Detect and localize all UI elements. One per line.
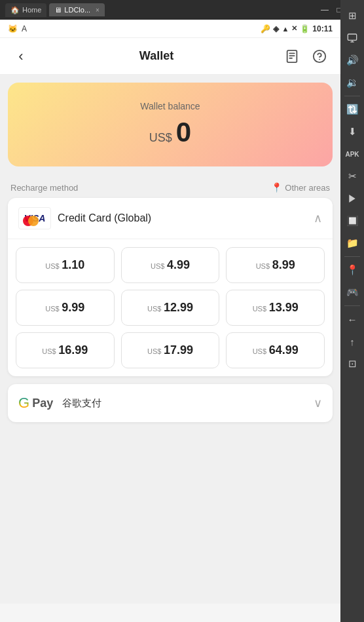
tab-ldcloud[interactable]: 🖥 LDClo... ×	[49, 3, 105, 16]
visa-mastercard-logo: VISA	[18, 207, 51, 229]
status-left: 🐱 A	[8, 24, 27, 33]
price-text-6: US$ 13.99	[232, 301, 319, 315]
app-header: ‹ Wallet	[0, 38, 340, 75]
sidebar-icon-back[interactable]: ←	[342, 309, 363, 330]
price-item-4[interactable]: US$ 9.99	[16, 290, 115, 326]
price-item-1[interactable]: US$ 1.10	[16, 247, 115, 283]
minimize-button[interactable]: —	[319, 5, 330, 15]
status-right: 🔑 ◈ ▲ ✕ 🔋 10:11	[261, 24, 333, 33]
price-grid: US$ 1.10 US$ 4.99 US$ 8.99	[8, 239, 333, 376]
os-title-bar: 🏠 Home 🖥 LDClo... × — □ ×	[0, 0, 364, 20]
price-item-6[interactable]: US$ 13.99	[226, 290, 325, 326]
price-item-7[interactable]: US$ 16.99	[16, 332, 115, 368]
key-icon: 🔑	[261, 24, 270, 33]
tab-home-label: Home	[22, 6, 41, 14]
sidebar-icon-window[interactable]: 🔲	[342, 210, 363, 231]
android-status-bar: 🐱 A 🔑 ◈ ▲ ✕ 🔋 10:11	[0, 20, 340, 38]
pay-text: Pay	[32, 397, 53, 410]
google-pay-card: G Pay 谷歌支付 ∨	[8, 384, 333, 422]
tab-home[interactable]: 🏠 Home	[5, 3, 46, 17]
payment-header[interactable]: VISA Credit Card (Global) ∧	[8, 198, 333, 239]
sidebar-icon-location[interactable]: 📍	[342, 260, 363, 281]
sidebar-icon-scissors[interactable]: ✂	[342, 166, 363, 187]
app-icon: 🖥	[54, 6, 62, 14]
receipt-button[interactable]	[282, 46, 302, 67]
google-pay-logo: G Pay	[18, 395, 53, 412]
header-actions	[282, 46, 330, 67]
balance-currency: US$	[149, 131, 172, 145]
price-text-4: US$ 9.99	[22, 301, 109, 315]
android-icon-a: A	[22, 24, 27, 33]
sidebar-icon-download[interactable]: ⬇	[342, 121, 363, 142]
price-text-1: US$ 1.10	[22, 258, 109, 272]
wallet-balance-card: Wallet balance US$ 0	[8, 83, 333, 166]
g-letter: G	[18, 395, 29, 412]
main-content: 🐱 A 🔑 ◈ ▲ ✕ 🔋 10:11 ‹ Wallet	[0, 20, 340, 604]
tab-bar: 🏠 Home 🖥 LDClo... ×	[5, 3, 317, 17]
layout-wrapper: 🐱 A 🔑 ◈ ▲ ✕ 🔋 10:11 ‹ Wallet	[0, 20, 364, 604]
tab-ldcloud-label: LDClo...	[64, 6, 90, 14]
gpay-label: 谷歌支付	[62, 397, 101, 410]
sidebar-divider-3	[344, 305, 360, 306]
balance-amount: US$ 0	[21, 117, 319, 148]
other-areas-button[interactable]: 📍 Other areas	[271, 182, 330, 193]
home-icon: 🏠	[10, 6, 20, 14]
section-header: Recharge method 📍 Other areas	[0, 174, 340, 198]
sidebar-icon-volume-down[interactable]: 🔉	[342, 72, 363, 93]
no-sim-icon: ✕	[291, 24, 297, 33]
sidebar-icon-screen[interactable]	[342, 28, 363, 49]
location-icon: 📍	[271, 182, 282, 193]
balance-label: Wallet balance	[21, 101, 319, 111]
chevron-down-icon: ∨	[314, 396, 322, 410]
sidebar-icon-rotate[interactable]: 🔃	[342, 99, 363, 120]
gpay-logo-area: G Pay 谷歌支付	[18, 395, 101, 412]
help-button[interactable]	[309, 46, 330, 67]
sidebar-icon-gamepad[interactable]: 🎮	[342, 282, 363, 303]
credit-card-payment-card: VISA Credit Card (Global) ∧ US$ 1.10	[8, 198, 333, 376]
sidebar-divider-2	[344, 256, 360, 257]
other-areas-label: Other areas	[285, 183, 330, 193]
sidebar-icon-grid[interactable]: ⊞	[342, 5, 363, 26]
price-item-5[interactable]: US$ 12.99	[121, 290, 220, 326]
sidebar-icon-apk[interactable]: APK	[342, 144, 363, 165]
chevron-up-icon: ∧	[314, 211, 322, 225]
tab-close-button[interactable]: ×	[96, 7, 100, 14]
price-item-9[interactable]: US$ 64.99	[226, 332, 325, 368]
balance-number: 0	[176, 117, 191, 148]
sidebar-icon-folder[interactable]: 📁	[342, 233, 363, 254]
recharge-method-label: Recharge method	[10, 183, 78, 193]
clock: 10:11	[312, 24, 333, 33]
emulator-sidebar: ⊞ 🔊 🔉 🔃 ⬇ APK ✂ 🔲 📁 📍 🎮 ← ↑ ⊡	[340, 0, 364, 622]
svg-marker-9	[349, 195, 355, 203]
price-text-7: US$ 16.99	[22, 343, 109, 357]
sidebar-icon-wrap[interactable]: ⊡	[342, 353, 363, 374]
price-item-2[interactable]: US$ 4.99	[121, 247, 220, 283]
wifi-icon: ▲	[282, 25, 289, 33]
android-icon-cat: 🐱	[8, 24, 18, 33]
price-text-3: US$ 8.99	[232, 258, 319, 272]
signal-icon: ◈	[273, 24, 279, 33]
price-text-2: US$ 4.99	[127, 258, 214, 272]
price-text-5: US$ 12.99	[127, 301, 214, 315]
sidebar-icon-play[interactable]	[342, 188, 363, 209]
price-text-8: US$ 17.99	[127, 343, 214, 357]
gpay-header[interactable]: G Pay 谷歌支付 ∨	[8, 384, 333, 422]
battery-icon: 🔋	[300, 24, 310, 33]
price-text-9: US$ 64.99	[232, 343, 319, 357]
back-button[interactable]: ‹	[10, 46, 31, 67]
svg-rect-6	[348, 34, 356, 40]
payment-logo-area: VISA Credit Card (Global)	[18, 207, 151, 229]
page-title: Wallet	[139, 49, 173, 63]
price-item-8[interactable]: US$ 17.99	[121, 332, 220, 368]
credit-card-label: Credit Card (Global)	[58, 212, 151, 224]
mc-circle-right	[28, 216, 39, 226]
sidebar-icon-up[interactable]: ↑	[342, 331, 363, 352]
price-item-3[interactable]: US$ 8.99	[226, 247, 325, 283]
sidebar-divider-1	[344, 96, 360, 96]
sidebar-icon-volume-up[interactable]: 🔊	[342, 50, 363, 71]
